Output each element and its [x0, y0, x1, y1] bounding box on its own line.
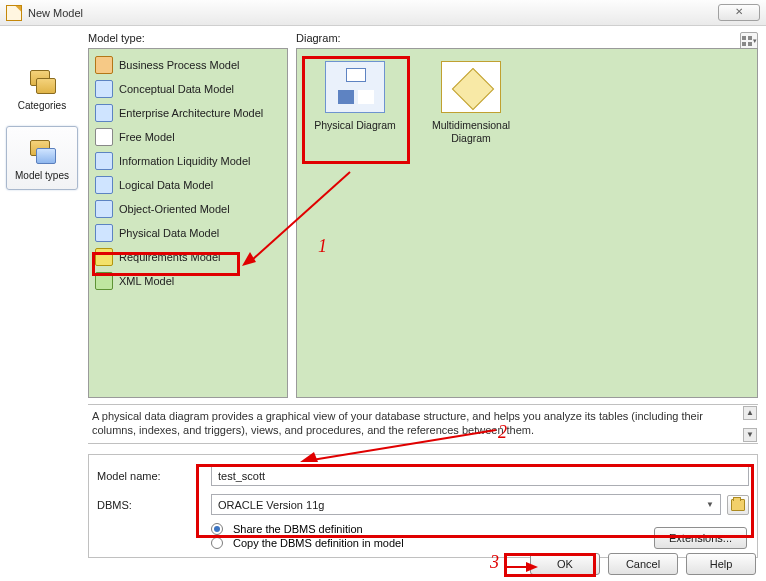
model-type-item-physical[interactable]: Physical Data Model — [91, 221, 285, 245]
help-button[interactable]: Help — [686, 553, 756, 575]
scroll-down-button[interactable]: ▼ — [743, 428, 757, 442]
ok-button[interactable]: OK — [530, 553, 600, 575]
radio-share-label[interactable]: Share the DBMS definition — [233, 523, 363, 535]
dialog-buttons: OK Cancel Help — [530, 553, 756, 575]
scroll-up-button[interactable]: ▲ — [743, 406, 757, 420]
browse-dbms-button[interactable] — [727, 495, 749, 515]
dbms-select[interactable]: ORACLE Version 11g — [211, 494, 721, 515]
model-type-item[interactable]: Object-Oriented Model — [91, 197, 285, 221]
nav-label: Model types — [15, 170, 69, 181]
dbms-label: DBMS: — [97, 499, 205, 511]
model-type-item[interactable]: Business Process Model — [91, 53, 285, 77]
xml-icon — [95, 272, 113, 290]
diagram-label: Diagram: — [296, 32, 341, 44]
titlebar: New Model ✕ — [0, 0, 766, 26]
model-type-item[interactable]: Free Model — [91, 125, 285, 149]
radio-copy[interactable] — [211, 537, 223, 549]
model-type-item[interactable]: Conceptual Data Model — [91, 77, 285, 101]
free-icon — [95, 128, 113, 146]
grid-icon — [742, 36, 752, 46]
model-name-input[interactable] — [211, 465, 749, 486]
radio-copy-label[interactable]: Copy the DBMS definition in model — [233, 537, 404, 549]
model-type-item[interactable]: XML Model — [91, 269, 285, 293]
rqm-icon — [95, 248, 113, 266]
model-type-item[interactable]: Logical Data Model — [91, 173, 285, 197]
model-name-label: Model name: — [97, 470, 205, 482]
description-text: A physical data diagram provides a graph… — [92, 410, 703, 436]
pdm-icon — [95, 224, 113, 242]
nav-model-types[interactable]: Model types — [6, 126, 78, 190]
model-type-label: Model type: — [88, 32, 145, 44]
model-type-item[interactable]: Information Liquidity Model — [91, 149, 285, 173]
multidimensional-diagram-icon — [441, 61, 501, 113]
nav-categories[interactable]: Categories — [6, 56, 78, 120]
extensions-button[interactable]: Extensions... — [654, 527, 747, 549]
folder-stack-icon — [26, 136, 58, 168]
diagram-multidimensional[interactable]: Multidimensional Diagram — [421, 57, 521, 145]
nav-label: Categories — [18, 100, 66, 111]
model-type-item[interactable]: Enterprise Architecture Model — [91, 101, 285, 125]
physical-diagram-icon — [325, 61, 385, 113]
window-title: New Model — [28, 7, 83, 19]
description-box: A physical data diagram provides a graph… — [88, 404, 758, 444]
ldm-icon — [95, 176, 113, 194]
folder-stack-icon — [26, 66, 58, 98]
bpm-icon — [95, 56, 113, 74]
diagram-list[interactable]: Physical Diagram Multidimensional Diagra… — [296, 48, 758, 398]
new-model-icon — [6, 5, 22, 21]
cdm-icon — [95, 80, 113, 98]
close-button[interactable]: ✕ — [718, 4, 760, 21]
folder-icon — [731, 499, 745, 511]
diagram-physical[interactable]: Physical Diagram — [305, 57, 405, 132]
ilm-icon — [95, 152, 113, 170]
radio-share[interactable] — [211, 523, 223, 535]
options-form: Model name: DBMS: ORACLE Version 11g Sha… — [88, 454, 758, 558]
eam-icon — [95, 104, 113, 122]
model-type-item[interactable]: Requirements Model — [91, 245, 285, 269]
oom-icon — [95, 200, 113, 218]
cancel-button[interactable]: Cancel — [608, 553, 678, 575]
model-type-list[interactable]: Business Process Model Conceptual Data M… — [88, 48, 288, 398]
